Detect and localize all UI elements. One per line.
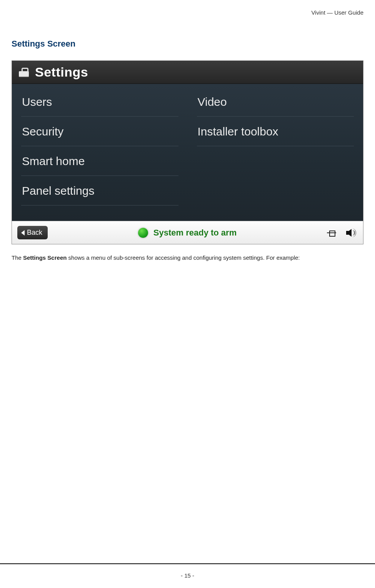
caption-suffix: shows a menu of sub-screens for accessin… [67, 254, 300, 261]
system-status: System ready to arm [138, 228, 237, 238]
chevron-left-icon [21, 230, 25, 236]
power-icon[interactable] [327, 229, 336, 236]
volume-icon[interactable] [346, 229, 355, 237]
menu-column-right: Video Installer toolbox [188, 87, 363, 205]
back-button[interactable]: Back [17, 226, 48, 239]
toolbox-icon [18, 68, 30, 77]
settings-menu: Users Security Smart home Panel settings… [12, 84, 363, 221]
settings-title: Settings [35, 65, 88, 80]
settings-screenshot: Settings Users Security Smart home Panel… [12, 60, 363, 244]
menu-item-panel-settings[interactable]: Panel settings [21, 176, 178, 205]
caption-strong: Settings Screen [23, 254, 67, 261]
section-heading: Settings Screen [12, 39, 363, 49]
settings-footer: Back System ready to arm [12, 221, 363, 244]
menu-item-installer-toolbox[interactable]: Installer toolbox [197, 117, 354, 146]
menu-item-smart-home[interactable]: Smart home [21, 146, 178, 176]
page-rule [0, 563, 375, 564]
menu-item-users[interactable]: Users [21, 87, 178, 117]
menu-item-security[interactable]: Security [21, 117, 178, 146]
status-text: System ready to arm [153, 228, 237, 238]
running-header: Vivint — User Guide [12, 8, 363, 16]
menu-column-left: Users Security Smart home Panel settings [12, 87, 188, 205]
menu-item-video[interactable]: Video [197, 87, 354, 117]
page-number: - 15 - [0, 572, 375, 579]
caption-prefix: The [12, 254, 23, 261]
status-indicator-icon [138, 228, 148, 238]
settings-titlebar: Settings [12, 61, 363, 84]
screenshot-caption: The Settings Screen shows a menu of sub-… [12, 254, 363, 262]
back-button-label: Back [27, 229, 42, 237]
